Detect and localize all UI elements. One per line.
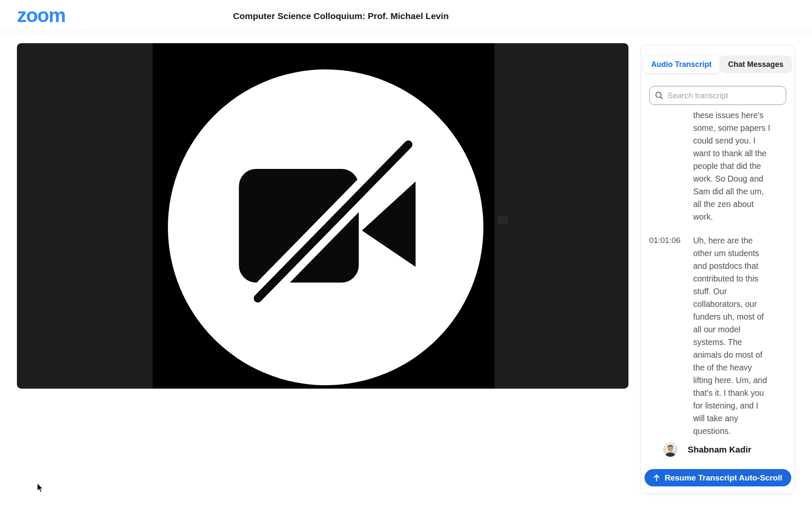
- panel-tabs: Audio Transcript Chat Messages: [643, 55, 792, 73]
- resume-autoscroll-label: Resume Transcript Auto-Scroll: [664, 473, 782, 483]
- arrow-up-icon: [653, 474, 660, 481]
- transcript-entry[interactable]: 01:01:06 Uh, here are the other um stude…: [641, 234, 794, 437]
- app-header: zoom Computer Science Colloquium: Prof. …: [0, 0, 812, 32]
- video-artifact: [498, 216, 508, 224]
- transcript-entry[interactable]: these issues here's some, some papers I …: [641, 109, 794, 223]
- search-input[interactable]: [667, 91, 781, 100]
- speaker-name: Shabnam Kadir: [688, 444, 751, 455]
- camera-off-icon: [168, 69, 483, 385]
- search-icon: [655, 91, 664, 100]
- transcript-text: these issues here's some, some papers I …: [693, 109, 777, 223]
- resume-autoscroll-button[interactable]: Resume Transcript Auto-Scroll: [645, 469, 791, 486]
- transcript-timestamp[interactable]: [649, 109, 686, 223]
- speaker-row: Shabnam Kadir: [663, 442, 751, 457]
- zoom-logo[interactable]: zoom: [17, 6, 65, 25]
- transcript-search[interactable]: [649, 86, 786, 105]
- tab-chat-messages[interactable]: Chat Messages: [719, 55, 792, 73]
- page-title: Computer Science Colloquium: Prof. Micha…: [233, 11, 449, 21]
- transcript-text: Uh, here are the other um students and p…: [693, 234, 777, 437]
- mouse-cursor-icon: [36, 483, 46, 494]
- speaker-avatar: [663, 442, 678, 457]
- transcript-timestamp[interactable]: 01:01:06: [649, 234, 686, 437]
- transcript-list[interactable]: these issues here's some, some papers I …: [641, 109, 794, 442]
- video-player[interactable]: [17, 43, 628, 389]
- tab-audio-transcript[interactable]: Audio Transcript: [643, 55, 719, 73]
- transcript-panel: Audio Transcript Chat Messages these iss…: [641, 45, 795, 494]
